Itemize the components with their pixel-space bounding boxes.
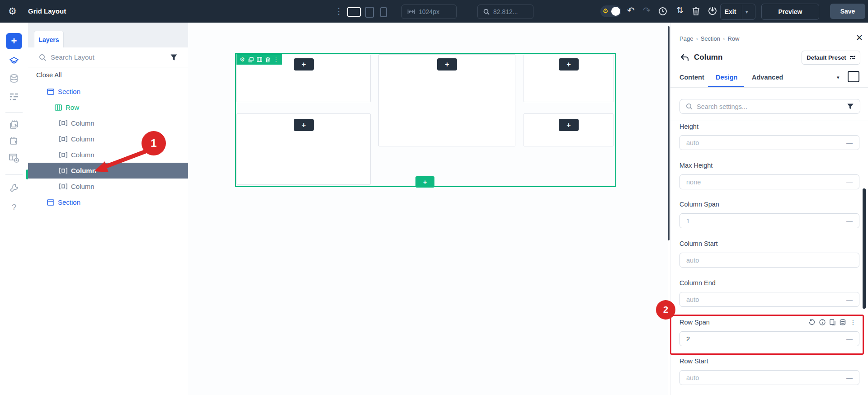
canvas-column-cell[interactable]: + (378, 54, 515, 146)
unit-menu-dash[interactable]: — (846, 257, 853, 264)
element-toolbar: ⚙ ⋮ (236, 54, 282, 65)
templates-icon[interactable] (0, 153, 28, 163)
exit-label: Exit (725, 8, 736, 15)
layers-panel-icon[interactable] (0, 56, 28, 66)
add-element-button[interactable]: + (437, 58, 457, 71)
back-arrow-icon[interactable] (680, 54, 689, 61)
unit-menu-dash[interactable]: — (846, 335, 853, 343)
add-row-button[interactable]: + (415, 176, 434, 188)
selected-section-outline[interactable]: + + + + + ⚙ ⋮ + (235, 53, 616, 187)
breakpoint-desktop-icon[interactable] (848, 71, 859, 82)
badge-number: 1 (151, 137, 156, 150)
tab-content[interactable]: Content (679, 74, 704, 81)
field-input-row-start[interactable]: auto — (679, 370, 859, 385)
settings-filter-icon[interactable] (847, 103, 854, 109)
exit-button[interactable]: Exit ▾ (720, 4, 755, 20)
exit-caret-icon[interactable]: ▾ (742, 9, 751, 14)
duplicate-icon[interactable] (248, 57, 254, 62)
tools-wrench-icon[interactable] (0, 183, 28, 193)
info-icon[interactable] (819, 319, 826, 325)
unit-menu-dash[interactable]: — (846, 139, 853, 146)
field-input-height[interactable]: auto — (679, 135, 859, 150)
unit-menu-dash[interactable]: — (846, 179, 853, 186)
annotation-badge-2: 2 (656, 300, 675, 320)
layers-item-section[interactable]: Section (28, 194, 207, 210)
history-clock-icon[interactable] (658, 7, 667, 16)
sidebar-divider (5, 174, 23, 175)
desktop-breakpoint-icon[interactable] (347, 7, 361, 17)
field-value: 2 (686, 335, 690, 343)
global-blocks-icon[interactable] (0, 120, 28, 130)
canvas-width-control[interactable]: 1024px (401, 5, 457, 19)
canvas-options-kebab-icon[interactable]: ⋮ (335, 7, 343, 15)
help-icon[interactable]: ? (0, 202, 28, 212)
layers-item-row[interactable]: Row (28, 99, 215, 115)
field-input-column-span[interactable]: 1 — (679, 213, 859, 228)
save-button[interactable]: Save (830, 4, 865, 19)
trash-icon[interactable] (692, 7, 700, 16)
field-value: auto (686, 374, 699, 381)
power-import-icon[interactable] (708, 6, 717, 16)
dynamic-data-icon[interactable] (840, 319, 846, 325)
canvas-column-cell[interactable]: + (524, 55, 613, 102)
element-kebab-icon[interactable]: ⋮ (274, 57, 279, 62)
width-arrows-icon (407, 9, 415, 14)
layers-search-input[interactable]: Search Layout (51, 53, 94, 61)
database-panel-icon[interactable] (0, 74, 28, 84)
field-input-column-end[interactable]: auto — (679, 292, 859, 307)
settings-search-input[interactable]: Search settings... (679, 99, 860, 114)
copy-paste-icon[interactable] (830, 319, 835, 325)
tab-layers[interactable]: Layers (34, 31, 64, 48)
filter-icon[interactable] (170, 54, 177, 61)
field-input-max-height[interactable]: none — (679, 174, 859, 189)
add-element-button[interactable]: + (294, 119, 314, 131)
tablet-breakpoint-icon[interactable] (365, 7, 374, 18)
unit-menu-dash[interactable]: — (846, 374, 853, 381)
field-kebab-icon[interactable]: ⋮ (850, 319, 856, 325)
theme-toggle[interactable]: ⚙ (600, 5, 621, 17)
tab-design[interactable]: Design (716, 74, 737, 81)
canvas-zoom-control[interactable]: 82.812... (477, 5, 533, 19)
unit-menu-dash[interactable]: — (846, 296, 853, 303)
reset-icon[interactable] (809, 319, 815, 325)
undo-icon[interactable]: ↶ (627, 6, 635, 15)
redo-icon[interactable]: ↷ (643, 6, 651, 15)
breadcrumb-section[interactable]: Section (701, 35, 720, 42)
sort-arrows-icon[interactable]: ⇅ (676, 6, 684, 14)
field-label-row-start: Row Start (679, 357, 708, 365)
field-input-row-span[interactable]: 2 — (679, 331, 859, 346)
breadcrumb-page[interactable]: Page (679, 35, 693, 42)
selectors-icon[interactable] (0, 136, 28, 146)
add-element-button[interactable]: + (559, 58, 579, 71)
element-trash-icon[interactable] (265, 57, 270, 62)
breadcrumb-separator: › (696, 35, 698, 42)
canvas-column-cell-rowspan2[interactable]: + (236, 113, 371, 185)
breakpoint-caret-icon[interactable]: ▾ (837, 75, 840, 80)
settings-list-icon[interactable] (0, 93, 28, 101)
breadcrumb-row[interactable]: Row (727, 35, 739, 42)
layers-panel: Layers Search Layout Close All Section R… (28, 23, 189, 395)
field-label-height: Height (679, 123, 698, 130)
close-panel-icon[interactable]: ✕ (856, 33, 863, 42)
panel-scrollbar-thumb[interactable] (863, 188, 866, 309)
add-element-sidebar-button[interactable]: + (6, 33, 22, 49)
preset-label: Default Preset (807, 54, 846, 61)
layers-item-section[interactable]: Section (28, 84, 207, 99)
phone-breakpoint-icon[interactable] (380, 7, 387, 17)
settings-gear-icon[interactable]: ⚙ (8, 6, 17, 16)
unit-menu-dash[interactable]: — (846, 217, 853, 225)
tab-advanced[interactable]: Advanced (752, 74, 783, 81)
canvas-column-cell[interactable]: + (524, 113, 613, 146)
columns-icon[interactable] (257, 57, 262, 62)
field-input-column-start[interactable]: auto — (679, 253, 859, 268)
add-element-button[interactable]: + (559, 119, 579, 131)
element-settings-gear-icon[interactable]: ⚙ (240, 56, 245, 62)
canvas-width-value: 1024px (419, 8, 439, 15)
properties-panel: Page › Section › Row ✕ Column Default Pr… (670, 23, 868, 395)
default-preset-button[interactable]: Default Preset (802, 51, 860, 65)
close-all-button[interactable]: Close All (36, 71, 61, 79)
preview-button[interactable]: Preview (761, 4, 819, 20)
zoom-magnifier-icon (483, 9, 490, 15)
column-icon (59, 168, 67, 174)
add-element-button[interactable]: + (294, 58, 314, 71)
